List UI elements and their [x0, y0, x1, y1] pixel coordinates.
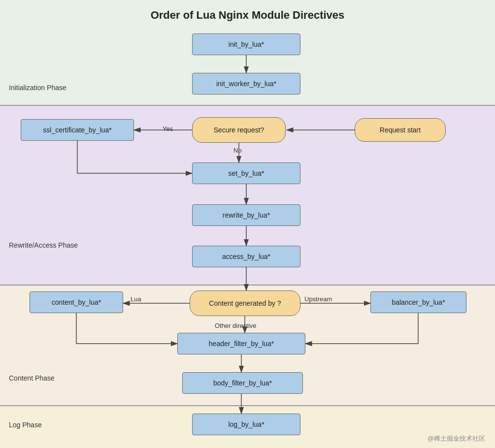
box-init-by-lua: init_by_lua* [192, 33, 300, 55]
diagram-title: Order of Lua Nginx Module Directives [0, 9, 495, 22]
box-set-by-lua: set_by_lua* [192, 162, 300, 184]
box-rewrite-by-lua: rewrite_by_lua* [192, 204, 300, 226]
phase-init-label: Initialization Phase [9, 84, 66, 92]
box-request-start: Request start [355, 118, 446, 142]
label-lua: Lua [131, 295, 141, 303]
phase-rewrite-label: Rewrite/Access Phase [9, 241, 78, 249]
box-secure-request: Secure request? [192, 117, 286, 143]
phase-log-label: Log Phase [9, 421, 42, 429]
label-yes: Yes [163, 125, 173, 132]
box-log-by-lua: log_by_lua* [192, 414, 300, 435]
label-other-directive: Other directive [215, 322, 257, 329]
box-balancer-by-lua: balancer_by_lua* [370, 291, 466, 313]
diagram-container: Order of Lua Nginx Module Directives Ini… [0, 0, 495, 448]
box-init-worker-by-lua: init_worker_by_lua* [192, 73, 300, 95]
label-upstream: Upstream [304, 295, 332, 303]
label-no: No [233, 147, 242, 154]
box-access-by-lua: access_by_lua* [192, 246, 300, 267]
box-body-filter-by-lua: body_filter_by_lua* [182, 372, 303, 394]
box-header-filter-by-lua: header_filter_by_lua* [177, 333, 305, 354]
box-content-generated-by: Content generated by ? [190, 290, 300, 316]
phase-content-label: Content Phase [9, 374, 55, 382]
box-content-by-lua: content_by_lua* [30, 291, 123, 313]
watermark: @稀土掘金技术社区 [428, 434, 485, 443]
box-ssl-certificate: ssl_certificate_by_lua* [21, 119, 134, 141]
